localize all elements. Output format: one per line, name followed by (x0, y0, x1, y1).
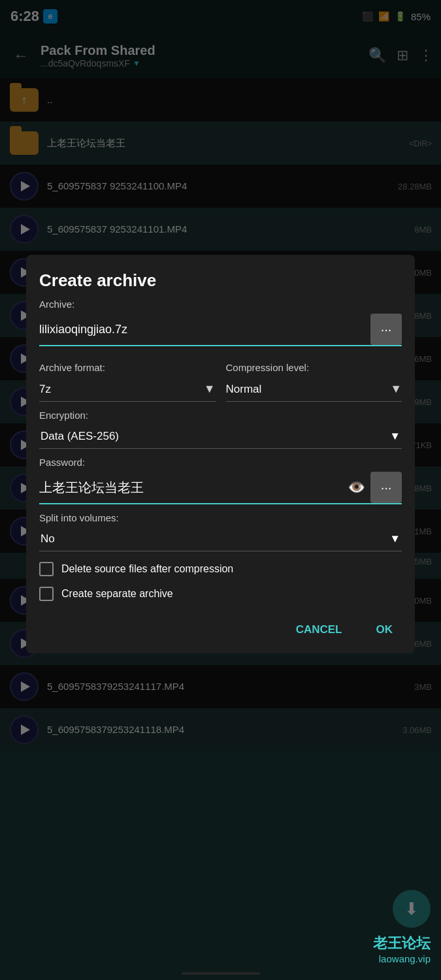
archive-more-button[interactable]: ··· (370, 314, 402, 345)
archive-input-row: ··· (39, 314, 402, 346)
format-label: Archive format: (39, 362, 216, 373)
encryption-select[interactable]: Data (AES-256) ▼ (39, 425, 402, 449)
encryption-chevron-icon: ▼ (389, 430, 400, 443)
delete-source-label: Delete source files after compression (61, 563, 233, 575)
split-value: No (41, 532, 55, 546)
compression-value: Normal (226, 383, 262, 396)
format-col: Archive format: 7z ▼ (39, 354, 216, 402)
split-label: Split into volumes: (39, 512, 402, 523)
password-input[interactable] (39, 476, 342, 499)
compression-chevron-icon: ▼ (390, 382, 402, 396)
split-select[interactable]: No ▼ (39, 527, 402, 551)
archive-input[interactable] (39, 319, 365, 340)
create-separate-checkbox-row[interactable]: Create separate archive (39, 587, 402, 601)
ellipsis-icon: ··· (381, 480, 392, 495)
format-value: 7z (39, 383, 51, 396)
create-separate-label: Create separate archive (61, 588, 173, 600)
compression-label: Compression level: (226, 362, 402, 373)
password-more-button[interactable]: ··· (370, 472, 402, 503)
password-label: Password: (39, 457, 402, 468)
format-compression-row: Archive format: 7z ▼ Compression level: … (39, 354, 402, 402)
compression-select[interactable]: Normal ▼ (226, 377, 402, 402)
create-separate-checkbox[interactable] (39, 587, 54, 601)
watermark-sub-text: laowang.vip (373, 953, 431, 964)
format-select[interactable]: 7z ▼ (39, 377, 216, 402)
compression-col: Compression level: Normal ▼ (226, 354, 402, 402)
dialog-title: Create archive (39, 270, 402, 291)
cancel-button[interactable]: CANCEL (287, 617, 351, 643)
encryption-label: Encryption: (39, 410, 402, 421)
watermark-main-text: 老王论坛 (373, 934, 431, 953)
eye-slash-icon[interactable]: 👁️ (348, 479, 365, 496)
encryption-value: Data (AES-256) (41, 430, 119, 443)
watermark: 老王论坛 laowang.vip (373, 934, 431, 964)
archive-label: Archive: (39, 299, 402, 310)
ok-button[interactable]: OK (367, 617, 402, 643)
password-input-row: 👁️ ··· (39, 472, 402, 504)
dialog-buttons: CANCEL OK (39, 617, 402, 643)
create-archive-dialog: Create archive Archive: ··· Archive form… (26, 255, 415, 653)
format-chevron-icon: ▼ (204, 382, 216, 396)
ellipsis-icon: ··· (381, 322, 392, 337)
split-chevron-icon: ▼ (389, 532, 400, 546)
delete-source-checkbox[interactable] (39, 562, 54, 576)
delete-source-checkbox-row[interactable]: Delete source files after compression (39, 562, 402, 576)
